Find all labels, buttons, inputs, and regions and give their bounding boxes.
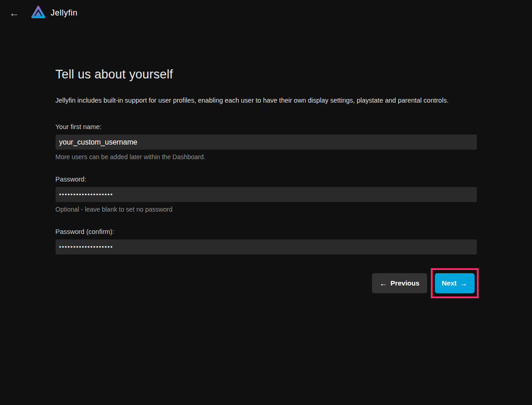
arrow-left-icon: ← [380, 280, 387, 287]
password-input[interactable] [56, 187, 477, 202]
next-button-label: Next [442, 279, 457, 287]
back-button[interactable]: ← [6, 5, 22, 21]
app-header: ← Jellyfin [0, 0, 532, 26]
first-name-label: Your first name: [56, 123, 477, 130]
page-description: Jellyfin includes built-in support for u… [56, 97, 477, 104]
first-name-field-group: Your first name: More users can be added… [56, 123, 477, 161]
app-logo: Jellyfin [30, 5, 77, 21]
password-label: Password: [56, 176, 477, 183]
next-button-highlight: Next → [431, 268, 479, 298]
wizard-button-row: ← Previous Next → [56, 268, 477, 298]
next-button[interactable]: Next → [435, 273, 475, 293]
wizard-user-page: Tell us about yourself Jellyfin includes… [56, 26, 477, 298]
password-field-group: Password: Optional - leave blank to set … [56, 176, 477, 213]
password-helper: Optional - leave blank to set no passwor… [56, 206, 477, 213]
first-name-helper: More users can be added later within the… [56, 153, 477, 161]
first-name-input[interactable] [56, 135, 477, 150]
password-confirm-field-group: Password (confirm): [56, 228, 477, 254]
previous-button[interactable]: ← Previous [372, 273, 427, 293]
app-name: Jellyfin [51, 8, 77, 18]
jellyfin-logo-icon [30, 5, 46, 21]
back-arrow-icon: ← [9, 7, 20, 19]
arrow-right-icon: → [460, 280, 468, 287]
page-title: Tell us about yourself [56, 68, 477, 82]
password-confirm-label: Password (confirm): [56, 228, 477, 235]
password-confirm-input[interactable] [56, 239, 477, 254]
previous-button-label: Previous [391, 279, 419, 287]
